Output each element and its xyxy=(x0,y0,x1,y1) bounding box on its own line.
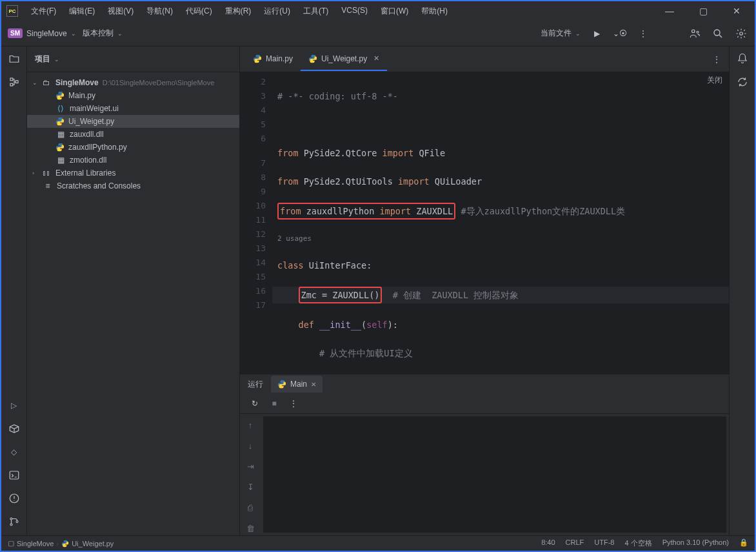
code-body[interactable]: # -*- coding: utf-8 -*- from PySide2.QtC… xyxy=(272,72,729,374)
menu-refactor[interactable]: 重构(R) xyxy=(220,3,257,19)
file-label: mainWeiget.ui xyxy=(70,104,119,113)
git-icon[interactable] xyxy=(7,515,21,529)
menu-tools[interactable]: 工具(T) xyxy=(298,3,333,19)
tree-file-zmotion[interactable]: ▦ zmotion.dll xyxy=(27,154,239,167)
ui-file-icon: ⟨⟩ xyxy=(55,104,66,113)
run-panel-title: 运行 xyxy=(248,379,263,390)
indent[interactable]: 4 个空格 xyxy=(624,538,652,548)
tab-label: Ui_Weiget.py xyxy=(321,54,367,63)
scratches-icon: ≡ xyxy=(43,181,53,190)
structure-tool-icon[interactable] xyxy=(7,75,21,89)
vcs-selector[interactable]: 版本控制 ⌄ xyxy=(83,28,123,39)
line-separator[interactable]: CRLF xyxy=(566,538,584,548)
breadcrumb[interactable]: ▢ SingleMove › Ui_Weiget.py xyxy=(8,539,114,547)
run-console[interactable] xyxy=(263,416,726,533)
up-icon[interactable]: ↑ xyxy=(243,418,257,432)
crumb-project: SingleMove xyxy=(17,540,54,547)
project-badge: SM xyxy=(8,28,23,38)
menu-view[interactable]: 视图(V) xyxy=(103,3,139,19)
run-tab-label: Main xyxy=(290,380,307,389)
python-file-icon xyxy=(55,91,65,100)
menu-run[interactable]: 运行(U) xyxy=(259,3,295,19)
close-editor-label[interactable]: 关闭 xyxy=(707,75,722,86)
interpreter[interactable]: Python 3.10 (Python) xyxy=(662,538,729,548)
tab-more-icon[interactable]: ⋮ xyxy=(710,52,724,66)
svg-point-3 xyxy=(740,32,743,35)
chevron-down-icon[interactable]: ⌄ xyxy=(54,56,59,63)
collaborate-icon[interactable] xyxy=(688,26,702,41)
tree-scratches[interactable]: ≡ Scratches and Consoles xyxy=(27,179,239,192)
menu-vcs[interactable]: VCS(S) xyxy=(336,3,373,19)
chevron-down-icon: ⌄ xyxy=(117,30,123,37)
menu-window[interactable]: 窗口(W) xyxy=(375,3,413,19)
minimize-button[interactable]: ― xyxy=(657,3,682,19)
ext-libs-label: External Libraries xyxy=(55,169,115,178)
caret-position[interactable]: 8:40 xyxy=(541,538,555,548)
highlighted-init: Zmc = ZAUXDLL() xyxy=(299,287,383,303)
menu-edit[interactable]: 编辑(E) xyxy=(64,3,100,19)
encoding[interactable]: UTF-8 xyxy=(594,538,614,548)
tree-file-zauxpy[interactable]: zauxdllPython.py xyxy=(27,141,239,154)
file-label: Ui_Weiget.py xyxy=(68,117,114,126)
rerun-icon[interactable]: ↻ xyxy=(248,396,262,411)
close-button[interactable]: ✕ xyxy=(724,3,750,19)
folder-icon: 🗀 xyxy=(41,78,52,87)
menubar: 文件(F) 编辑(E) 视图(V) 导航(N) 代码(C) 重构(R) 运行(U… xyxy=(26,3,453,19)
play-tool-icon[interactable]: ▷ xyxy=(7,398,21,413)
problems-icon[interactable] xyxy=(7,491,21,506)
debug-button[interactable]: ⌄⦿ xyxy=(613,26,627,41)
services-icon[interactable]: ◇ xyxy=(7,445,21,459)
dll-file-icon: ▦ xyxy=(55,156,66,165)
svg-point-11 xyxy=(16,521,18,523)
svg-point-0 xyxy=(692,30,695,33)
run-tab-main[interactable]: Main ✕ xyxy=(271,376,323,393)
tree-file-mainui[interactable]: ⟨⟩ mainWeiget.ui xyxy=(27,102,239,115)
tree-file-zauxdll[interactable]: ▦ zauxdll.dll xyxy=(27,128,239,141)
lock-icon[interactable]: 🔒 xyxy=(739,538,748,548)
chevron-down-icon: ⌄ xyxy=(575,30,581,37)
tree-root[interactable]: ⌄ 🗀 SingleMove D:\01SingleMoveDemo\Singl… xyxy=(27,76,239,89)
run-more-icon[interactable]: ⋮ xyxy=(286,396,301,411)
svg-point-2 xyxy=(714,30,720,36)
code-editor[interactable]: 关闭 23456 7891011121314151617 # -*- codin… xyxy=(240,72,729,374)
down-icon[interactable]: ↓ xyxy=(243,438,257,453)
scroll-to-end-icon[interactable]: ↧ xyxy=(243,480,257,494)
tree-file-uiweiget[interactable]: Ui_Weiget.py xyxy=(27,115,239,128)
file-label: Main.py xyxy=(68,91,95,100)
run-tab-close-icon[interactable]: ✕ xyxy=(311,381,316,388)
menu-file[interactable]: 文件(F) xyxy=(26,3,61,19)
search-icon[interactable] xyxy=(711,26,725,41)
stop-icon[interactable]: ■ xyxy=(267,396,281,411)
more-icon[interactable]: ⋮ xyxy=(636,26,650,41)
tab-uiweiget[interactable]: Ui_Weiget.py ✕ xyxy=(301,48,387,71)
project-selector[interactable]: SM SingleMove ⌄ xyxy=(8,28,76,38)
settings-icon[interactable] xyxy=(734,26,748,41)
notifications-icon[interactable] xyxy=(735,52,750,66)
tree-ext-libs[interactable]: › ⫾⫾ External Libraries xyxy=(27,167,239,179)
dll-file-icon: ▦ xyxy=(55,130,66,139)
svg-point-10 xyxy=(10,524,12,526)
menu-help[interactable]: 帮助(H) xyxy=(416,3,453,19)
menu-code[interactable]: 代码(C) xyxy=(181,3,217,19)
maximize-button[interactable]: ▢ xyxy=(690,3,716,19)
library-icon: ⫾⫾ xyxy=(41,169,52,178)
sync-icon[interactable] xyxy=(735,75,750,89)
print-icon[interactable]: ⎙ xyxy=(243,500,257,515)
terminal-icon[interactable] xyxy=(7,468,21,482)
trash-icon[interactable]: 🗑 xyxy=(243,521,257,535)
softwrap-icon[interactable]: ⇥ xyxy=(243,459,257,473)
run-button[interactable]: ▶ xyxy=(590,26,604,41)
expand-icon[interactable]: ⌄ xyxy=(32,79,41,86)
tab-close-icon[interactable]: ✕ xyxy=(373,54,379,63)
usages-hint[interactable]: 2 usages xyxy=(277,234,312,243)
menu-nav[interactable]: 导航(N) xyxy=(141,3,178,19)
chevron-down-icon: ⌄ xyxy=(71,30,76,37)
run-config-selector[interactable]: 当前文件 ⌄ xyxy=(541,28,581,39)
tree-file-main[interactable]: Main.py xyxy=(27,89,239,102)
project-tool-icon[interactable] xyxy=(7,52,21,66)
svg-rect-5 xyxy=(10,83,13,86)
packages-icon[interactable] xyxy=(7,422,21,436)
tab-main[interactable]: Main.py xyxy=(245,48,301,71)
expand-icon[interactable]: › xyxy=(32,170,41,176)
python-file-icon xyxy=(277,380,286,389)
